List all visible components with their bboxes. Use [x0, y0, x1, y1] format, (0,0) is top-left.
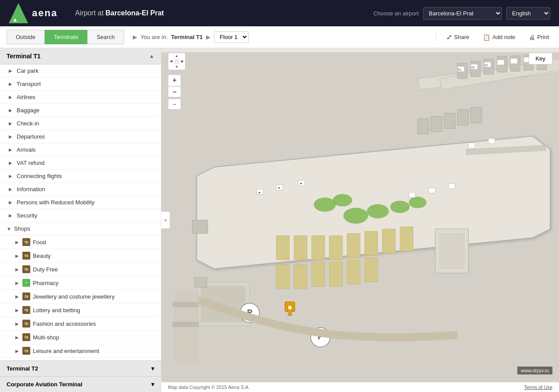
sidebar-item-airlines[interactable]: ▶ Airlines: [0, 91, 161, 104]
terminal-t2-section[interactable]: Terminal T2 ▾: [0, 360, 161, 376]
sidebar-subitem-lottery[interactable]: ▶ 🛍 Lottery and betting: [0, 303, 161, 317]
sidebar-collapse-button[interactable]: ▲: [149, 53, 154, 59]
svg-rect-34: [382, 229, 395, 253]
expand-icon: ▼: [7, 226, 11, 232]
expand-icon: ▶: [9, 187, 14, 192]
key-button[interactable]: Key: [529, 53, 552, 64]
svg-rect-23: [457, 110, 468, 125]
sidebar-item-vatrefund[interactable]: ▶ VAT refund: [0, 157, 161, 170]
sidebar-scroll[interactable]: ▶ Car park ▶ Transport ▶ Airlines ▶ Bagg…: [0, 64, 161, 360]
zoom-in-button[interactable]: +: [168, 75, 181, 86]
sidebar-subitem-pharmacy[interactable]: ▶ + Pharmacy: [0, 276, 161, 290]
toolbar-actions: ⤢ Share 📋 Add note 🖨 Print: [436, 31, 552, 43]
airport-name: Barcelona-El Prat: [106, 9, 164, 17]
svg-point-57: [288, 306, 292, 310]
map-area[interactable]: « ▲ ◀ ▶ ▼ + − −: [161, 48, 559, 392]
sidebar-subitem-press[interactable]: ▶ 🛍 Press and books: [0, 358, 161, 360]
svg-rect-24: [470, 107, 481, 123]
map-footer: Map data Copyright © 2015 Aena S.A. Term…: [161, 382, 559, 392]
terms-of-use-link[interactable]: Terms of Use: [524, 385, 552, 390]
expand-icon: ▶: [15, 349, 20, 353]
map-attribution: Map data Copyright © 2015 Aena S.A.: [168, 385, 250, 390]
svg-rect-37: [294, 264, 307, 289]
watermark: www.otzyv.ru: [517, 367, 552, 374]
share-button[interactable]: ⤢ Share: [443, 31, 473, 43]
floor-select[interactable]: Floor 1 Floor 2 Floor 3 Floor 0: [214, 31, 249, 43]
svg-text:A3: A3: [484, 64, 488, 67]
print-button[interactable]: 🖨 Print: [525, 32, 552, 43]
svg-rect-73: [195, 278, 207, 287]
add-note-button[interactable]: 📋 Add note: [479, 32, 519, 43]
corporate-terminal-section[interactable]: Corporate Aviation Terminal ▾: [0, 376, 161, 392]
svg-rect-28: [276, 235, 289, 260]
chevron-down-icon: ▾: [151, 365, 154, 372]
pan-ne: [179, 53, 185, 59]
svg-rect-30: [312, 235, 325, 260]
expand-icon: ▶: [9, 108, 14, 113]
aena-logo-icon: ▲: [9, 2, 28, 24]
svg-text:▶: ▶: [278, 186, 281, 189]
tab-search[interactable]: Search: [87, 30, 124, 44]
main-area: Terminal T1 ▲ ▶ Car park ▶ Transport ▶ A…: [0, 48, 559, 392]
sidebar-subitem-dutyfree[interactable]: ▶ 🛍 Duty Free: [0, 263, 161, 276]
pan-east-button[interactable]: ▶: [179, 59, 185, 64]
sidebar-item-security[interactable]: ▶ Security: [0, 209, 161, 222]
pan-se: [179, 64, 185, 70]
svg-point-42: [343, 208, 368, 224]
sidebar-subitem-multishop[interactable]: ▶ 🛍 Multi-shop: [0, 331, 161, 344]
collapse-sidebar-button[interactable]: «: [161, 211, 170, 229]
logo-text: aena: [32, 7, 57, 19]
breadcrumb-arrow-icon: ▶: [133, 34, 137, 40]
svg-rect-72: [192, 220, 208, 233]
svg-rect-21: [431, 116, 442, 132]
header: ▲ aena Airport at Barcelona-El Prat Choo…: [0, 0, 559, 26]
expand-icon: ▶: [15, 335, 20, 340]
sidebar-item-connecting[interactable]: ▶ Connecting flights: [0, 170, 161, 183]
choose-airport-label: Choose an airport: [374, 10, 419, 17]
svg-rect-32: [347, 233, 360, 257]
sidebar-subitem-leisure[interactable]: ▶ 🛍 Leisure and entertainment: [0, 344, 161, 358]
pan-south-button[interactable]: ▼: [174, 64, 180, 70]
sidebar-item-shops[interactable]: ▼ Shops: [0, 222, 161, 235]
expand-icon: ▶: [9, 200, 14, 205]
sidebar-item-prm[interactable]: ▶ Persons with Reduced Mobility: [0, 196, 161, 209]
sidebar-item-transport[interactable]: ▶ Transport: [0, 78, 161, 91]
pan-north-button[interactable]: ▲: [174, 53, 180, 59]
expand-icon: ▶: [9, 121, 14, 126]
sidebar-item-departures[interactable]: ▶ Departures: [0, 130, 161, 143]
expand-icon: ▶: [9, 82, 14, 86]
zoom-reset-button[interactable]: −: [168, 99, 181, 110]
dutyfree-icon: 🛍: [22, 265, 30, 273]
nav-tabs: Outside Terminals Search: [7, 30, 124, 44]
zoom-out-button[interactable]: −: [168, 86, 181, 97]
sidebar-subitem-fashion[interactable]: ▶ 🛍 Fashion and accessories: [0, 317, 161, 331]
multishop-icon: 🛍: [22, 333, 30, 341]
svg-point-45: [409, 197, 426, 208]
airport-prefix: Airport at Barcelona-El Prat: [75, 9, 164, 17]
sidebar-subitem-food[interactable]: ▶ 🛍 Food: [0, 235, 161, 249]
terminal-t2-label: Terminal T2: [7, 365, 38, 372]
svg-rect-75: [172, 302, 199, 307]
sidebar-item-baggage[interactable]: ▶ Baggage: [0, 104, 161, 117]
sidebar-item-carpark[interactable]: ▶ Car park: [0, 64, 161, 78]
expand-icon: ▶: [15, 281, 20, 285]
tab-outside[interactable]: Outside: [7, 30, 45, 44]
zoom-controls: + − −: [168, 75, 185, 110]
breadcrumb: ▶ You are in: Terminal T1 ▶ Floor 1 Floo…: [133, 31, 436, 43]
sidebar-header: Terminal T1 ▲: [0, 48, 161, 64]
map-controls: ▲ ◀ ▶ ▼ + − −: [168, 53, 185, 110]
svg-rect-71: [440, 233, 464, 269]
sidebar-item-arrivals[interactable]: ▶ Arrivals: [0, 143, 161, 157]
toolbar: Outside Terminals Search ▶ You are in: T…: [0, 26, 559, 48]
header-right: Choose an airport Barcelona-El Prat Madr…: [374, 7, 550, 20]
sidebar-item-checkin[interactable]: ▶ Check-in: [0, 117, 161, 130]
sidebar-item-information[interactable]: ▶ Information: [0, 183, 161, 196]
sidebar-subitem-beauty[interactable]: ▶ 🛍 Beauty: [0, 249, 161, 263]
breadcrumb-terminal: Terminal T1: [171, 34, 203, 40]
tab-terminals[interactable]: Terminals: [45, 30, 88, 44]
expand-icon: ▶: [15, 267, 20, 272]
sidebar-subitem-jewellery[interactable]: ▶ 🛍 Jewellery and costume jewellery: [0, 290, 161, 303]
pan-west-button[interactable]: ◀: [168, 59, 174, 64]
airport-select[interactable]: Barcelona-El Prat Madrid-Barajas Malaga …: [423, 7, 502, 20]
language-select[interactable]: English Español Català Français: [506, 7, 550, 20]
